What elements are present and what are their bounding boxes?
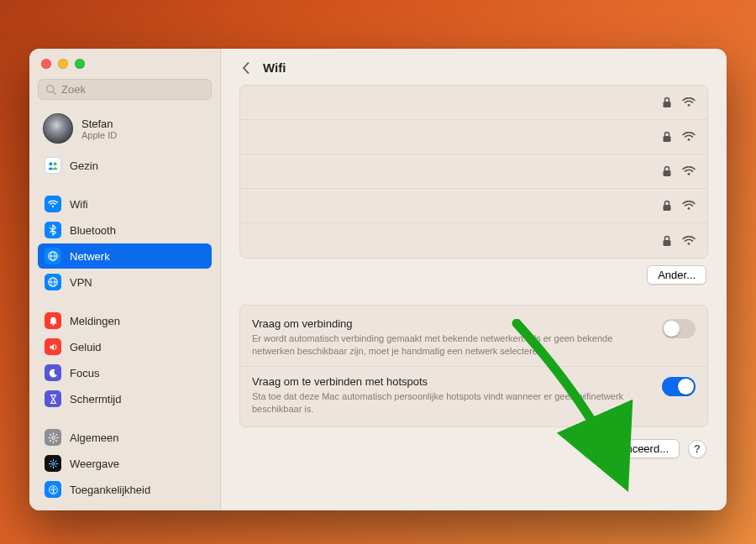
svg-rect-16 — [664, 102, 671, 107]
sidebar-item-accessibility[interactable]: Toegankelijkheid — [38, 477, 212, 502]
network-row[interactable] — [240, 120, 707, 154]
footer: Geavanceerd... ? — [239, 439, 708, 462]
ask-to-join-title: Vraag om verbinding — [252, 317, 650, 330]
svg-point-19 — [688, 139, 690, 141]
sidebar-item-network[interactable]: Netwerk — [38, 243, 212, 269]
gear-icon — [45, 429, 61, 446]
wifi-signal-icon — [682, 236, 696, 246]
ask-to-join-toggle[interactable] — [662, 319, 696, 338]
sidebar-item-label: Algemeen — [70, 432, 119, 444]
user-name: Stefan — [81, 118, 117, 130]
sidebar-item-gezin[interactable]: Gezin — [38, 153, 212, 178]
wifi-signal-icon — [682, 132, 696, 142]
lock-icon — [662, 235, 672, 247]
ask-hotspot-toggle[interactable] — [662, 377, 696, 396]
sidebar-item-notifications[interactable]: Meldingen — [38, 308, 212, 333]
sidebar: Stefan Apple ID Gezin Wifi Bluet — [29, 49, 221, 510]
svg-rect-20 — [664, 170, 671, 176]
wifi-options-card: Vraag om verbinding Er wordt automatisch… — [239, 305, 708, 427]
help-button[interactable]: ? — [688, 440, 706, 458]
vpn-icon — [45, 274, 61, 290]
speaker-icon — [45, 338, 61, 355]
sidebar-item-label: VPN — [70, 276, 92, 289]
ask-hotspot-row: Vraag om te verbinden met hotspots Sta t… — [240, 367, 707, 424]
svg-point-25 — [688, 242, 690, 244]
settings-window: Stefan Apple ID Gezin Wifi Bluet — [29, 49, 727, 510]
sidebar-item-wifi[interactable]: Wifi — [38, 191, 212, 217]
sidebar-item-label: Focus — [70, 367, 99, 379]
sidebar-item-label: Meldingen — [70, 315, 120, 327]
svg-rect-24 — [664, 240, 671, 246]
svg-point-17 — [688, 104, 690, 107]
other-network-button[interactable]: Ander... — [647, 265, 706, 285]
svg-point-3 — [54, 162, 57, 165]
sidebar-item-label: Schermtijd — [70, 393, 121, 405]
sidebar-item-label: Bluetooth — [70, 224, 116, 237]
back-button[interactable] — [239, 61, 253, 75]
network-row[interactable] — [240, 189, 707, 223]
bell-icon — [45, 312, 61, 329]
network-row[interactable] — [240, 86, 707, 120]
header: Wifi — [221, 49, 727, 85]
svg-rect-18 — [664, 136, 671, 142]
sidebar-item-sound[interactable]: Geluid — [38, 334, 212, 359]
ask-to-join-row: Vraag om verbinding Er wordt automatisch… — [240, 309, 707, 367]
sidebar-item-bluetooth[interactable]: Bluetooth — [38, 217, 212, 243]
sidebar-list: Wifi Bluetooth Netwerk VPN — [38, 191, 212, 510]
wifi-signal-icon — [682, 97, 696, 107]
bluetooth-icon — [45, 222, 61, 238]
user-account-row[interactable]: Stefan Apple ID — [38, 112, 212, 152]
zoom-window-button[interactable] — [75, 59, 85, 69]
svg-point-2 — [49, 162, 52, 165]
advanced-button[interactable]: Geavanceerd... — [583, 439, 680, 458]
sidebar-item-label: Netwerk — [70, 250, 110, 263]
lock-icon — [662, 200, 672, 212]
avatar — [43, 113, 73, 144]
sidebar-item-label: Toegankelijkheid — [70, 484, 150, 496]
svg-line-1 — [53, 92, 55, 94]
content: Ander... Vraag om verbinding Er wordt au… — [221, 85, 727, 510]
svg-point-4 — [52, 206, 54, 207]
sidebar-item-focus[interactable]: Focus — [38, 360, 212, 385]
page-title: Wifi — [263, 60, 286, 75]
family-icon — [45, 157, 61, 174]
sidebar-item-general[interactable]: Algemeen — [38, 425, 212, 450]
ask-hotspot-desc: Sta toe dat deze Mac automatisch persoon… — [252, 390, 650, 416]
sidebar-item-label: Geluid — [70, 341, 102, 353]
svg-point-11 — [52, 323, 54, 325]
hourglass-icon — [45, 390, 61, 407]
close-window-button[interactable] — [41, 59, 51, 69]
moon-icon — [45, 364, 61, 381]
lock-icon — [662, 97, 672, 108]
svg-rect-22 — [664, 205, 671, 211]
window-controls — [38, 57, 212, 79]
lock-icon — [662, 131, 672, 143]
svg-point-12 — [51, 436, 55, 439]
sidebar-item-label: Weergave — [70, 458, 119, 470]
search-input[interactable] — [61, 83, 204, 96]
network-row[interactable] — [240, 223, 707, 258]
minimize-window-button[interactable] — [58, 59, 68, 69]
main-pane: Wifi — [221, 49, 727, 510]
svg-point-13 — [51, 462, 55, 466]
lock-icon — [662, 165, 672, 177]
svg-point-21 — [688, 173, 690, 175]
wifi-signal-icon — [682, 166, 696, 176]
search-field[interactable] — [38, 79, 212, 100]
sidebar-item-screentime[interactable]: Schermtijd — [38, 386, 212, 411]
svg-point-23 — [688, 207, 690, 210]
sidebar-item-label: Gezin — [70, 160, 98, 172]
network-list — [239, 85, 708, 259]
globe-icon — [45, 248, 61, 264]
sidebar-item-display[interactable]: Weergave — [38, 451, 212, 476]
user-subtitle: Apple ID — [81, 130, 117, 140]
display-icon — [45, 455, 61, 472]
network-row[interactable] — [240, 154, 707, 189]
ask-hotspot-title: Vraag om te verbinden met hotspots — [252, 375, 650, 388]
ask-to-join-desc: Er wordt automatisch verbinding gemaakt … — [252, 332, 650, 358]
sidebar-item-vpn[interactable]: VPN — [38, 269, 212, 295]
wifi-icon — [45, 196, 61, 212]
svg-point-15 — [52, 487, 54, 489]
sidebar-item-label: Wifi — [70, 198, 88, 211]
search-icon — [45, 84, 56, 95]
